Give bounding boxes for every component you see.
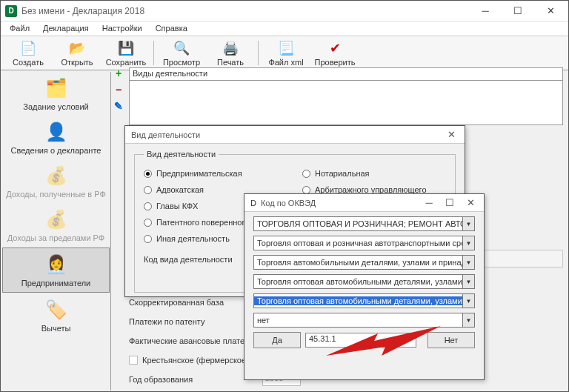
save-icon: 💾 — [118, 40, 134, 56]
patent-payments-label: Платежи по патенту — [129, 317, 262, 326]
okved-dialog: D Код по ОКВЭД ─ ☐ ✕ ТОРГОВЛЯ ОПТОВАЯ И … — [244, 193, 485, 380]
radio-lawyer[interactable] — [144, 186, 152, 194]
xml-icon: 📃 — [278, 40, 294, 56]
tool-preview[interactable]: 🔍Просмотр — [157, 38, 206, 68]
tree-icon: 🗂️ — [44, 76, 68, 100]
dlg1-title: Вид деятельности — [131, 130, 441, 139]
person-icon: 👤 — [44, 120, 68, 144]
okved-code-input[interactable]: 45.31.1 — [305, 333, 416, 348]
radio-arbitration[interactable] — [302, 186, 310, 194]
menu-file[interactable]: Файл — [4, 21, 36, 36]
sidebar-item-income-rf[interactable]: 💰Доходы, полученные в РФ — [1, 159, 110, 203]
menu-declaration[interactable]: Декларация — [37, 21, 95, 36]
titlebar: D Без имени - Декларация 2018 ─ ☐ ✕ — [1, 1, 568, 21]
radio-entrepreneur[interactable] — [144, 170, 152, 178]
app-icon: D — [250, 199, 256, 207]
tool-save[interactable]: 💾Сохранить — [102, 38, 150, 68]
radio-other[interactable] — [144, 235, 152, 243]
tool-check[interactable]: ✔Проверить — [310, 38, 359, 68]
chevron-down-icon[interactable]: ▼ — [462, 275, 474, 288]
chevron-down-icon[interactable]: ▼ — [462, 294, 474, 308]
close-button[interactable]: ✕ — [534, 1, 567, 21]
list-header: Виды деятельности — [129, 67, 563, 81]
dlg2-ok-button[interactable]: Да — [253, 332, 301, 348]
menu-settings[interactable]: Настройки — [96, 21, 148, 36]
deductions-icon: 🏷️ — [44, 298, 68, 322]
remove-icon[interactable]: − — [116, 84, 122, 96]
sidebar-item-entrepreneurs[interactable]: 👩‍💼Предприниматели — [2, 248, 110, 293]
advance-payments-label: Фактические авансовые платежи — [129, 336, 262, 345]
add-icon[interactable]: + — [116, 67, 122, 79]
preview-icon: 🔍 — [173, 40, 190, 56]
toolbar: 📄Создать 📂Открыть 💾Сохранить 🔍Просмотр 🖨… — [1, 36, 568, 70]
menubar: Файл Декларация Настройки Справка — [1, 21, 568, 36]
okved-combo-4[interactable]: Торговля оптовая автомобильными деталями… — [253, 274, 475, 289]
tool-open[interactable]: 📂Открыть — [53, 38, 102, 68]
sidebar-item-declarant[interactable]: 👤Сведения о декларанте — [1, 116, 110, 159]
chevron-down-icon[interactable]: ▼ — [462, 256, 474, 269]
new-file-icon: 📄 — [20, 40, 36, 56]
year-formed-label: Год образования — [129, 375, 262, 384]
minimize-button[interactable]: ─ — [469, 1, 502, 21]
entrepreneur-icon: 👩‍💼 — [44, 253, 68, 276]
chevron-down-icon[interactable]: ▼ — [462, 236, 474, 250]
app-icon: D — [5, 5, 17, 17]
radio-patent-attorney[interactable] — [144, 219, 152, 227]
dlg2-title: Код по ОКВЭД — [261, 199, 419, 207]
dlg2-no-button[interactable]: Нет — [427, 332, 475, 348]
radio-kfh[interactable] — [144, 202, 152, 210]
sidebar-item-income-abroad[interactable]: 💰Доходы за пределами РФ — [1, 203, 110, 247]
money-bag-icon: 💰 — [44, 207, 68, 231]
list-actions: + − ✎ — [111, 67, 126, 112]
sidebar-item-deductions[interactable]: 🏷️Вычеты — [1, 293, 110, 337]
maximize-button[interactable]: ☐ — [502, 1, 534, 21]
okved-combo-5[interactable]: Торговля оптовая автомобильными деталями… — [253, 293, 475, 308]
sidebar-item-conditions[interactable]: 🗂️Задание условий — [1, 72, 110, 116]
radio-notary[interactable] — [302, 170, 310, 178]
fieldset-legend: Вид деятельности — [144, 150, 219, 159]
chevron-down-icon[interactable]: ▼ — [462, 313, 474, 327]
tool-create[interactable]: 📄Создать — [4, 38, 53, 68]
sidebar: 🗂️Задание условий 👤Сведения о декларанте… — [1, 72, 111, 391]
dlg1-close-icon[interactable]: ✕ — [441, 129, 462, 140]
menu-help[interactable]: Справка — [150, 21, 193, 36]
okved-combo-3[interactable]: Торговля автомобильными деталями, узлами… — [253, 255, 475, 270]
print-icon: 🖨️ — [222, 40, 239, 56]
money-icon: 💰 — [44, 164, 68, 187]
open-folder-icon: 📂 — [69, 40, 85, 56]
dlg2-maximize-icon[interactable]: ☐ — [439, 197, 460, 208]
activity-list[interactable] — [129, 81, 563, 125]
dlg2-minimize-icon[interactable]: ─ — [419, 197, 439, 208]
tool-print[interactable]: 🖨️Печать — [206, 38, 255, 68]
okved-combo-2[interactable]: Торговля оптовая и розничная автотранспо… — [253, 236, 475, 250]
corrected-base-label: Скорректированная база — [129, 298, 262, 307]
chevron-down-icon[interactable]: ▼ — [462, 217, 474, 230]
window-title: Без имени - Декларация 2018 — [21, 6, 469, 16]
tool-filexml[interactable]: 📃Файл xml — [262, 38, 310, 68]
edit-icon[interactable]: ✎ — [114, 100, 123, 112]
dlg2-close-icon[interactable]: ✕ — [460, 197, 481, 208]
check-icon: ✔ — [327, 40, 343, 56]
okved-combo-1[interactable]: ТОРГОВЛЯ ОПТОВАЯ И РОЗНИЧНАЯ; РЕМОНТ АВТ… — [253, 216, 475, 231]
okved-combo-6[interactable]: нет▼ — [253, 313, 475, 328]
farm-checkbox — [129, 356, 138, 365]
